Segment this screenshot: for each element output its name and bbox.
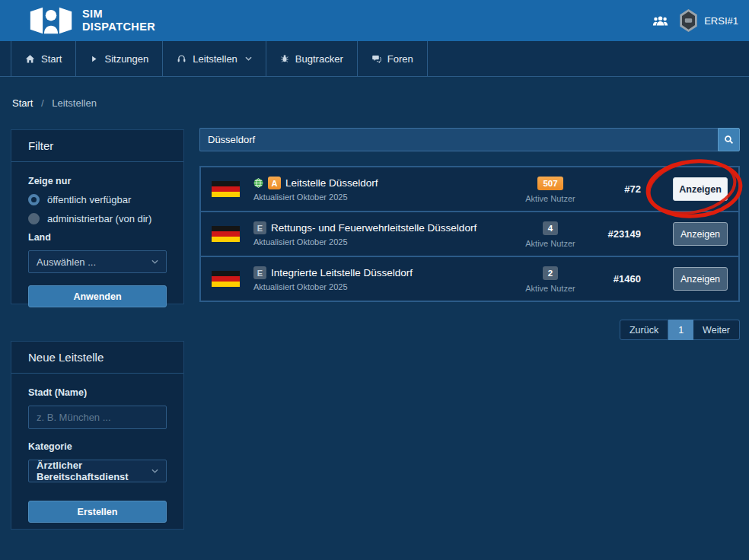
germany-flag-icon [212, 226, 240, 243]
users-group-icon[interactable] [652, 15, 668, 27]
home-icon [25, 54, 35, 64]
top-header: SIM DISPATCHER [0, 0, 749, 41]
header-right: ERSI#1 [652, 8, 738, 33]
active-users-badge: 2 [543, 266, 558, 280]
user-menu[interactable]: ERSI#1 [679, 8, 738, 33]
apply-button[interactable]: Anwenden [28, 285, 167, 307]
new-center-title: Neue Leitstelle [11, 342, 183, 374]
breadcrumb-current: Leitstellen [52, 97, 97, 109]
new-center-panel: Neue Leitstelle Stadt (Name) Kategorie Ä… [11, 341, 184, 530]
search-input[interactable] [199, 128, 718, 151]
radio-public[interactable]: öffentlich verfügbar [28, 194, 167, 205]
chevron-down-icon [245, 56, 252, 61]
category-select[interactable]: Ärztlicher Bereitschaftsdienst [28, 460, 167, 482]
nav-item-leitstellen[interactable]: Leitstellen [162, 41, 266, 76]
result-title: Integrierte Leitstelle Düsseldorf [271, 267, 413, 278]
nav-label-leitstellen: Leitstellen [193, 53, 237, 65]
result-row: E Integrierte Leitstelle Düsseldorf Aktu… [201, 257, 738, 301]
nav-item-foren[interactable]: Foren [357, 41, 428, 76]
results-list: A Leitstelle Düsseldorf Aktualisiert Okt… [199, 166, 740, 302]
headset-icon [177, 54, 186, 64]
breadcrumb-separator: / [41, 97, 44, 109]
category-label: Kategorie [28, 441, 167, 452]
search-icon [724, 135, 734, 145]
result-row: E Rettungs- und Feuerwehrleitstelle Düss… [201, 212, 738, 256]
bug-icon [280, 54, 289, 63]
result-updated: Aktualisiert Oktober 2025 [253, 282, 516, 291]
result-id: #1460 [585, 273, 641, 285]
nav-label-foren: Foren [387, 53, 413, 65]
germany-flag-icon [212, 271, 240, 288]
result-title: Leitstelle Düsseldorf [285, 177, 378, 189]
breadcrumb-start-link[interactable]: Start [12, 97, 33, 109]
nav-item-sitzungen[interactable]: Sitzungen [75, 41, 162, 76]
active-users-label: Aktive Nutzer [516, 239, 585, 248]
create-button[interactable]: Erstellen [28, 501, 167, 523]
nav-item-start[interactable]: Start [11, 41, 75, 76]
pagination-prev-button[interactable]: Zurück [620, 320, 668, 340]
result-id: #23149 [585, 228, 641, 240]
active-users-badge: 4 [543, 221, 558, 235]
pagination-current-page[interactable]: 1 [668, 320, 693, 340]
comments-icon [371, 54, 381, 64]
anzeigen-button[interactable]: Anzeigen [673, 222, 728, 246]
radio-administrable-input[interactable] [28, 213, 40, 224]
nav-label-sitzungen: Sitzungen [104, 53, 148, 65]
nav-item-bugtracker[interactable]: Bugtracker [266, 41, 357, 76]
anzeigen-button[interactable]: Anzeigen [673, 267, 728, 291]
play-icon [90, 55, 98, 63]
show-only-label: Zeige nur [28, 176, 167, 186]
select-caret-icon [151, 259, 158, 264]
breadcrumb: Start / Leitstellen [12, 97, 97, 109]
type-badge: A [268, 177, 281, 189]
app-root: SIM DISPATCHER [0, 0, 749, 560]
category-select-value: Ärztlicher Bereitschaftsdienst [37, 460, 151, 482]
radio-public-label: öffentlich verfügbar [47, 194, 131, 205]
globe-public-icon [253, 178, 263, 188]
result-row: A Leitstelle Düsseldorf Aktualisiert Okt… [201, 167, 738, 211]
result-title: Rettungs- und Feuerwehrleitstelle Düssel… [271, 222, 476, 234]
user-label: ERSI#1 [704, 15, 738, 27]
brand-line1: SIM [82, 8, 155, 21]
result-updated: Aktualisiert Oktober 2025 [253, 192, 516, 202]
active-users-label: Aktive Nutzer [516, 284, 585, 293]
active-users-label: Aktive Nutzer [516, 194, 585, 203]
country-label: Land [28, 232, 167, 243]
radio-administrable[interactable]: administrierbar (von dir) [28, 213, 167, 224]
search-bar [199, 128, 740, 151]
search-button[interactable] [718, 128, 740, 151]
hexagon-avatar-icon [679, 8, 698, 33]
city-label: Stadt (Name) [28, 387, 167, 398]
nav-label-bugtracker: Bugtracker [295, 53, 343, 65]
type-badge: E [253, 266, 266, 279]
result-updated: Aktualisiert Oktober 2025 [253, 237, 516, 247]
germany-flag-icon [212, 181, 240, 198]
country-select-value: Auswählen ... [37, 256, 96, 268]
main-nav: Start Sitzungen Leitstellen [0, 41, 749, 77]
result-id: #72 [585, 183, 641, 195]
pagination: Zurück 1 Weiter [620, 320, 740, 340]
brand[interactable]: SIM DISPATCHER [29, 5, 155, 36]
city-input[interactable] [28, 406, 167, 429]
radio-public-input[interactable] [28, 194, 40, 205]
nav-label-start: Start [41, 53, 62, 65]
anzeigen-button[interactable]: Anzeigen [673, 177, 728, 201]
radio-administrable-label: administrierbar (von dir) [47, 213, 151, 224]
active-users-badge: 507 [537, 177, 563, 190]
filter-panel-title: Filter [11, 130, 183, 162]
filter-panel: Filter Zeige nur öffentlich verfügbar ad… [11, 129, 184, 304]
pagination-next-button[interactable]: Weiter [693, 320, 740, 340]
brand-line2: DISPATCHER [82, 21, 155, 33]
country-select[interactable]: Auswählen ... [28, 250, 167, 273]
brand-logo-icon [29, 5, 73, 36]
select-caret-icon [151, 469, 158, 473]
type-badge: E [253, 221, 266, 234]
